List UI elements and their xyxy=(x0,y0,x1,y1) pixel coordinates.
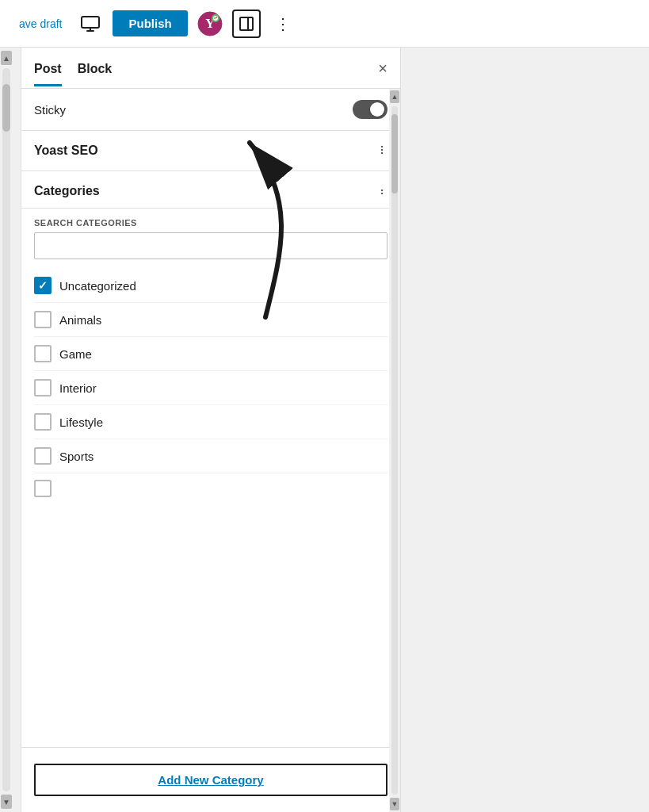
svg-rect-7 xyxy=(240,17,253,30)
category-name: Sports xyxy=(59,450,94,463)
category-checkbox-talent[interactable] xyxy=(34,480,52,497)
add-category-container: Add New Category xyxy=(21,747,400,812)
right-scroll-track xyxy=(391,106,398,795)
svg-point-5 xyxy=(214,17,216,19)
category-checkbox-uncategorized[interactable]: ✓ xyxy=(34,277,52,294)
list-item: ✓ Uncategorized xyxy=(34,269,387,303)
category-name: Animals xyxy=(59,313,101,327)
sticky-toggle[interactable] xyxy=(353,100,387,119)
list-item: Lifestyle xyxy=(34,405,387,439)
yoast-seo-label: Yoast SEO xyxy=(34,144,380,158)
categories-label: Categories xyxy=(34,184,380,198)
sticky-label: Sticky xyxy=(34,103,353,117)
yoast-icon: Y xyxy=(196,10,224,38)
sticky-row: Sticky xyxy=(21,89,400,131)
close-panel-button[interactable]: × xyxy=(378,60,387,76)
save-draft-button[interactable]: ave draft xyxy=(13,13,68,35)
right-scroll-down-arrow[interactable]: ▼ xyxy=(390,798,399,810)
category-checkbox-sports[interactable] xyxy=(34,447,52,465)
main-area: ▲ ▼ Post Block × Sticky Yoast SEO ⠇ xyxy=(0,48,649,812)
publish-button[interactable]: Publish xyxy=(113,10,187,36)
categories-header[interactable]: Categories ⠆ xyxy=(21,171,400,209)
chevron-up-icon: ⠆ xyxy=(380,185,387,197)
categories-section: Categories ⠆ SEARCH CATEGORIES ✓ Uncateg… xyxy=(21,171,400,504)
add-new-category-button[interactable]: Add New Category xyxy=(34,764,387,796)
toggle-knob xyxy=(370,102,384,117)
tab-post[interactable]: Post xyxy=(34,51,62,86)
scroll-down-arrow[interactable]: ▼ xyxy=(1,795,12,809)
panel-header: Post Block × xyxy=(21,48,400,89)
right-scroll-thumb xyxy=(391,114,398,193)
list-item: Interior xyxy=(34,371,387,405)
svg-rect-0 xyxy=(82,17,99,28)
settings-panel: Post Block × Sticky Yoast SEO ⠇ Categori… xyxy=(21,48,401,812)
category-checkbox-interior[interactable] xyxy=(34,379,52,396)
right-scroll-up-arrow[interactable]: ▲ xyxy=(390,90,399,103)
yoast-seo-row[interactable]: Yoast SEO ⠇ xyxy=(21,131,400,171)
category-checkbox-animals[interactable] xyxy=(34,311,52,328)
sidebar-toggle-button[interactable] xyxy=(232,10,261,38)
list-item: Game xyxy=(34,337,387,371)
layout-icon xyxy=(239,17,254,31)
category-checkbox-game[interactable] xyxy=(34,345,52,362)
scroll-thumb xyxy=(2,84,10,132)
tab-block[interactable]: Block xyxy=(78,51,113,86)
category-name: Lifestyle xyxy=(59,416,103,429)
category-list: ✓ Uncategorized Animals Game Int xyxy=(21,269,400,497)
category-name: Uncategorized xyxy=(59,279,136,293)
chevron-down-icon: ⠇ xyxy=(380,144,387,157)
search-categories-label: SEARCH CATEGORIES xyxy=(21,209,400,232)
scroll-track xyxy=(2,68,10,791)
svg-point-6 xyxy=(216,17,217,18)
category-checkbox-lifestyle[interactable] xyxy=(34,413,52,431)
right-scrollbar: ▲ ▼ xyxy=(389,89,400,812)
list-item: Sports xyxy=(34,439,387,473)
list-item: Animals xyxy=(34,303,387,337)
scroll-up-arrow[interactable]: ▲ xyxy=(1,51,12,65)
category-name: Interior xyxy=(59,381,97,395)
preview-button[interactable] xyxy=(76,11,105,36)
search-categories-input[interactable] xyxy=(34,232,387,259)
category-name: Game xyxy=(59,347,92,361)
list-item xyxy=(34,473,387,497)
checkmark-icon: ✓ xyxy=(38,279,48,292)
left-scrollbar: ▲ ▼ xyxy=(0,48,13,812)
monitor-icon xyxy=(81,16,100,32)
more-options-button[interactable]: ⋮ xyxy=(269,11,299,36)
toolbar: ave draft Publish Y ⋮ xyxy=(0,0,649,48)
